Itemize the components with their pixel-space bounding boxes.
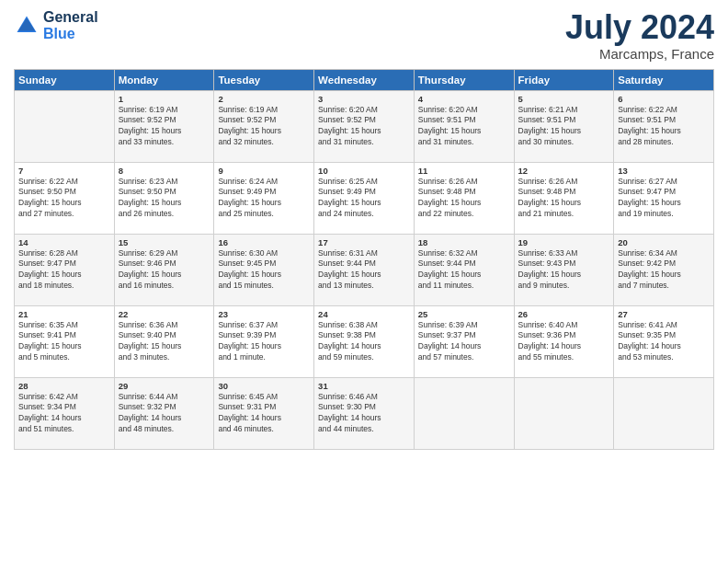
col-wednesday: Wednesday [314, 69, 415, 90]
day-info: Sunrise: 6:22 AM Sunset: 9:50 PM Dayligh… [18, 177, 110, 221]
calendar-cell: 28Sunrise: 6:42 AM Sunset: 9:34 PM Dayli… [15, 377, 115, 449]
day-number: 8 [119, 166, 210, 176]
day-number: 29 [119, 381, 210, 391]
day-number: 12 [518, 166, 610, 176]
day-number: 7 [18, 166, 110, 176]
day-info: Sunrise: 6:38 AM Sunset: 9:38 PM Dayligh… [318, 320, 410, 364]
day-info: Sunrise: 6:45 AM Sunset: 9:31 PM Dayligh… [218, 392, 310, 436]
day-number: 30 [218, 381, 310, 391]
calendar-cell: 27Sunrise: 6:41 AM Sunset: 9:35 PM Dayli… [614, 305, 714, 377]
day-info: Sunrise: 6:42 AM Sunset: 9:34 PM Dayligh… [18, 392, 110, 436]
calendar-cell [15, 90, 115, 162]
col-sunday: Sunday [15, 69, 115, 90]
day-number: 13 [618, 166, 710, 176]
day-info: Sunrise: 6:41 AM Sunset: 9:35 PM Dayligh… [618, 320, 710, 364]
day-info: Sunrise: 6:33 AM Sunset: 9:43 PM Dayligh… [518, 248, 610, 293]
calendar-cell [614, 377, 714, 449]
col-friday: Friday [514, 69, 614, 90]
day-number: 2 [218, 94, 310, 104]
day-number: 31 [318, 381, 410, 391]
day-number: 25 [418, 309, 510, 319]
calendar-cell: 1Sunrise: 6:19 AM Sunset: 9:52 PM Daylig… [114, 90, 214, 162]
day-number: 19 [518, 237, 610, 247]
day-number: 27 [618, 309, 710, 319]
day-info: Sunrise: 6:31 AM Sunset: 9:44 PM Dayligh… [318, 248, 410, 293]
calendar-cell: 11Sunrise: 6:26 AM Sunset: 9:48 PM Dayli… [414, 162, 514, 234]
calendar-cell: 23Sunrise: 6:37 AM Sunset: 9:39 PM Dayli… [214, 305, 314, 377]
calendar-cell: 13Sunrise: 6:27 AM Sunset: 9:47 PM Dayli… [614, 162, 714, 234]
calendar-cell [514, 377, 614, 449]
col-monday: Monday [114, 69, 214, 90]
week-row-5: 28Sunrise: 6:42 AM Sunset: 9:34 PM Dayli… [15, 377, 714, 449]
day-info: Sunrise: 6:27 AM Sunset: 9:47 PM Dayligh… [618, 177, 710, 221]
calendar-cell: 3Sunrise: 6:20 AM Sunset: 9:52 PM Daylig… [314, 90, 415, 162]
calendar-cell: 4Sunrise: 6:20 AM Sunset: 9:51 PM Daylig… [414, 90, 514, 162]
calendar-cell [414, 377, 514, 449]
calendar-cell: 29Sunrise: 6:44 AM Sunset: 9:32 PM Dayli… [114, 377, 214, 449]
calendar-cell: 30Sunrise: 6:45 AM Sunset: 9:31 PM Dayli… [214, 377, 314, 449]
day-info: Sunrise: 6:32 AM Sunset: 9:44 PM Dayligh… [418, 248, 510, 293]
location: Marcamps, France [565, 46, 714, 62]
calendar-cell: 16Sunrise: 6:30 AM Sunset: 9:45 PM Dayli… [214, 234, 314, 305]
calendar-cell: 21Sunrise: 6:35 AM Sunset: 9:41 PM Dayli… [15, 305, 115, 377]
week-row-1: 1Sunrise: 6:19 AM Sunset: 9:52 PM Daylig… [15, 90, 714, 162]
col-saturday: Saturday [614, 69, 714, 90]
calendar-cell: 14Sunrise: 6:28 AM Sunset: 9:47 PM Dayli… [15, 234, 115, 305]
day-number: 26 [518, 309, 610, 319]
day-number: 10 [318, 166, 410, 176]
day-info: Sunrise: 6:26 AM Sunset: 9:48 PM Dayligh… [518, 177, 610, 221]
day-info: Sunrise: 6:34 AM Sunset: 9:42 PM Dayligh… [618, 248, 710, 293]
day-number: 23 [218, 309, 310, 319]
title-block: July 2024 Marcamps, France [565, 9, 714, 62]
day-number: 15 [119, 237, 210, 247]
day-info: Sunrise: 6:21 AM Sunset: 9:51 PM Dayligh… [518, 105, 610, 149]
logo-text: General Blue [43, 9, 98, 42]
col-thursday: Thursday [414, 69, 514, 90]
day-info: Sunrise: 6:26 AM Sunset: 9:48 PM Dayligh… [418, 177, 510, 221]
day-number: 3 [318, 94, 410, 104]
calendar-cell: 26Sunrise: 6:40 AM Sunset: 9:36 PM Dayli… [514, 305, 614, 377]
day-info: Sunrise: 6:36 AM Sunset: 9:40 PM Dayligh… [119, 320, 210, 364]
logo-icon [14, 13, 40, 39]
calendar-cell: 22Sunrise: 6:36 AM Sunset: 9:40 PM Dayli… [114, 305, 214, 377]
calendar-cell: 5Sunrise: 6:21 AM Sunset: 9:51 PM Daylig… [514, 90, 614, 162]
calendar-cell: 17Sunrise: 6:31 AM Sunset: 9:44 PM Dayli… [314, 234, 415, 305]
calendar-cell: 2Sunrise: 6:19 AM Sunset: 9:52 PM Daylig… [214, 90, 314, 162]
calendar-cell: 24Sunrise: 6:38 AM Sunset: 9:38 PM Dayli… [314, 305, 415, 377]
day-number: 22 [119, 309, 210, 319]
calendar-cell: 31Sunrise: 6:46 AM Sunset: 9:30 PM Dayli… [314, 377, 415, 449]
calendar-cell: 8Sunrise: 6:23 AM Sunset: 9:50 PM Daylig… [114, 162, 214, 234]
week-row-3: 14Sunrise: 6:28 AM Sunset: 9:47 PM Dayli… [15, 234, 714, 305]
calendar-table: Sunday Monday Tuesday Wednesday Thursday… [14, 69, 714, 450]
day-info: Sunrise: 6:37 AM Sunset: 9:39 PM Dayligh… [218, 320, 310, 364]
day-number: 24 [318, 309, 410, 319]
day-info: Sunrise: 6:29 AM Sunset: 9:46 PM Dayligh… [119, 248, 210, 293]
day-number: 20 [618, 237, 710, 247]
day-info: Sunrise: 6:46 AM Sunset: 9:30 PM Dayligh… [318, 392, 410, 436]
week-row-2: 7Sunrise: 6:22 AM Sunset: 9:50 PM Daylig… [15, 162, 714, 234]
day-info: Sunrise: 6:25 AM Sunset: 9:49 PM Dayligh… [318, 177, 410, 221]
day-number: 17 [318, 237, 410, 247]
month-title: July 2024 [565, 9, 714, 46]
day-info: Sunrise: 6:20 AM Sunset: 9:52 PM Dayligh… [318, 105, 410, 149]
week-row-4: 21Sunrise: 6:35 AM Sunset: 9:41 PM Dayli… [15, 305, 714, 377]
day-info: Sunrise: 6:19 AM Sunset: 9:52 PM Dayligh… [119, 105, 210, 149]
day-number: 1 [119, 94, 210, 104]
day-info: Sunrise: 6:44 AM Sunset: 9:32 PM Dayligh… [119, 392, 210, 436]
day-info: Sunrise: 6:30 AM Sunset: 9:45 PM Dayligh… [218, 248, 310, 293]
calendar-cell: 18Sunrise: 6:32 AM Sunset: 9:44 PM Dayli… [414, 234, 514, 305]
day-number: 28 [18, 381, 110, 391]
day-info: Sunrise: 6:40 AM Sunset: 9:36 PM Dayligh… [518, 320, 610, 364]
header-row: Sunday Monday Tuesday Wednesday Thursday… [15, 69, 714, 90]
day-number: 18 [418, 237, 510, 247]
day-number: 14 [18, 237, 110, 247]
calendar-cell: 25Sunrise: 6:39 AM Sunset: 9:37 PM Dayli… [414, 305, 514, 377]
logo: General Blue [14, 9, 98, 42]
day-info: Sunrise: 6:20 AM Sunset: 9:51 PM Dayligh… [418, 105, 510, 149]
day-info: Sunrise: 6:23 AM Sunset: 9:50 PM Dayligh… [119, 177, 210, 221]
day-info: Sunrise: 6:22 AM Sunset: 9:51 PM Dayligh… [618, 105, 710, 149]
calendar-cell: 7Sunrise: 6:22 AM Sunset: 9:50 PM Daylig… [15, 162, 115, 234]
day-info: Sunrise: 6:19 AM Sunset: 9:52 PM Dayligh… [218, 105, 310, 149]
calendar-cell: 9Sunrise: 6:24 AM Sunset: 9:49 PM Daylig… [214, 162, 314, 234]
header: General Blue July 2024 Marcamps, France [14, 9, 714, 62]
